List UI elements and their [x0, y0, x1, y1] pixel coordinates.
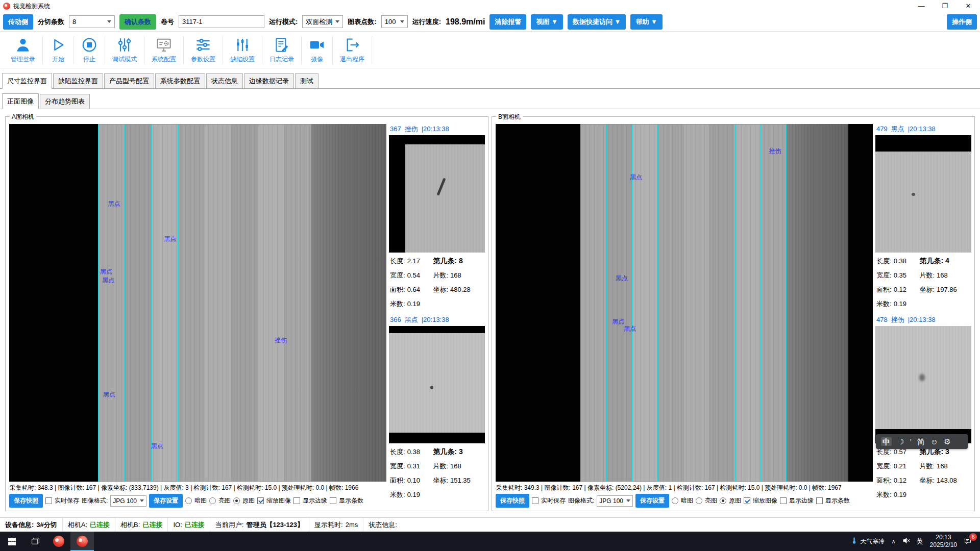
hidden-icons-button[interactable]: ∧	[892, 538, 896, 545]
show-edge-checkbox-label: 显示边缘	[303, 496, 327, 505]
bright-image-radio[interactable]	[696, 497, 702, 504]
camera-a-connection-label: 相机A:	[68, 520, 87, 530]
toolbar-button-stop[interactable]: 停止	[75, 34, 104, 67]
show-strips-checkbox[interactable]	[330, 497, 336, 504]
clear-alarm-button[interactable]: 清除报警	[489, 14, 526, 30]
dark-image-radio[interactable]	[672, 497, 678, 504]
clock-time: 20:13	[930, 534, 957, 541]
language-indicator[interactable]: 英	[917, 537, 923, 546]
toolbar-button-exit-program[interactable]: 退出程序	[333, 34, 371, 67]
save-settings-button[interactable]: 保存设置	[149, 494, 183, 508]
main-tabs: 尺寸监控界面缺陷监控界面产品型号配置系统参数配置状态信息边缘数据记录测试	[0, 68, 980, 89]
image-format-select[interactable]: JPG 100	[597, 495, 633, 507]
clock[interactable]: 20:13 2025/2/10	[930, 534, 957, 549]
tab-size-monitor[interactable]: 尺寸监控界面	[2, 73, 52, 89]
stat-cell: 面积:0.12	[876, 285, 919, 294]
ime-item-emoji[interactable]: ☺	[930, 438, 938, 445]
operation-side-button[interactable]: 操作侧	[947, 14, 977, 30]
ime-item-simplified[interactable]: 简	[917, 438, 925, 445]
tab-test[interactable]: 测试	[295, 73, 318, 89]
weather-indicator[interactable]: 天气寒冷	[850, 537, 885, 546]
start-button[interactable]	[0, 532, 23, 551]
weather-text: 天气寒冷	[861, 537, 885, 546]
defect-card-479[interactable]: 479黑点|20:13:38长度:0.38第几条:4宽度:0.35片数:168面…	[875, 124, 971, 310]
defect-annotation: 挫伤	[275, 336, 287, 345]
stat-label: 坐标:	[433, 286, 448, 293]
toolbar-button-system-config[interactable]: 系统配置	[145, 34, 183, 67]
camera-a-controls: 保存快照实时保存图像格式:JPG 100保存设置暗图亮图原图缩放图像显示边缘显示…	[9, 493, 386, 509]
chart-points-select[interactable]: 100	[381, 15, 408, 28]
defect-annotation: 黑点	[100, 267, 112, 276]
realtime-save-checkbox[interactable]	[45, 497, 52, 504]
image-format-select[interactable]: JPG 100	[110, 495, 146, 507]
dark-image-radio[interactable]	[185, 497, 192, 504]
tab-defect-monitor[interactable]: 缺陷监控界面	[53, 73, 103, 89]
save-settings-button[interactable]: 保存设置	[635, 494, 669, 508]
confirm-count-button[interactable]: 确认条数	[119, 14, 156, 30]
tab-edge-data-record[interactable]: 边缘数据记录	[244, 73, 294, 89]
stat-cell: 第几条:3	[433, 447, 484, 457]
save-snapshot-button[interactable]: 保存快照	[496, 494, 529, 508]
toolbar-button-log-record[interactable]: 日志记录	[263, 34, 301, 67]
close-button[interactable]: ✕	[957, 0, 980, 12]
toolbar-button-admin-login[interactable]: 管理登录	[4, 34, 42, 67]
device-info: 设备信息: 3#分切	[0, 518, 63, 532]
toolbar-separator	[262, 36, 262, 64]
transmission-side-button[interactable]: 传动侧	[3, 14, 33, 30]
stat-value: 168	[937, 462, 948, 470]
restore-button[interactable]: ❐	[933, 0, 957, 12]
original-image-radio[interactable]	[720, 497, 726, 504]
image-format-value: JPG 100	[113, 497, 137, 505]
stat-label: 宽度:	[390, 271, 405, 279]
stat-cell: 第几条:8	[433, 257, 484, 266]
strip-count-select[interactable]: 8	[69, 15, 115, 28]
subtab-front-image[interactable]: 正面图像	[2, 93, 39, 109]
volume-muted-icon[interactable]	[902, 537, 910, 546]
tab-product-model-config[interactable]: 产品型号配置	[104, 73, 154, 89]
show-strips-checkbox[interactable]	[816, 497, 823, 504]
toolbar-button-capture[interactable]: 摄像	[302, 34, 332, 67]
help-menu-button[interactable]: 帮助 ▼	[630, 14, 662, 30]
log-icon	[274, 37, 290, 53]
defect-card-478[interactable]: 478挫伤|20:13:38长度:0.57第几条:3宽度:0.21片数:168面…	[875, 315, 971, 500]
taskbar-app-2[interactable]	[70, 532, 94, 551]
view-menu-button[interactable]: 视图 ▼	[531, 14, 562, 30]
tab-status-info[interactable]: 状态信息	[206, 73, 243, 89]
zoom-image-checkbox[interactable]	[257, 497, 264, 504]
defect-card-366[interactable]: 366黑点|20:13:38长度:0.38第几条:3宽度:0.31片数:168面…	[389, 315, 485, 500]
ime-item-chinese-mode[interactable]: 中	[881, 437, 892, 446]
show-edge-checkbox[interactable]	[780, 497, 787, 504]
tab-system-param-config[interactable]: 系统参数配置	[155, 73, 205, 89]
sub-tabs: 正面图像分布趋势图表	[0, 89, 980, 109]
exit-icon	[344, 37, 360, 53]
notification-button[interactable]: 6	[964, 537, 975, 546]
toolbar-button-defect-settings[interactable]: 缺陷设置	[224, 34, 261, 67]
show-edge-checkbox[interactable]	[293, 497, 300, 504]
roll-number-input[interactable]	[179, 15, 264, 28]
realtime-save-label: 实时保存	[541, 496, 566, 505]
camera-image-a[interactable]: 黑点黑点黑点黑点挫伤黑点黑点	[9, 124, 386, 482]
camera-image-b[interactable]: 挫伤黑点黑点黑点黑点	[496, 124, 873, 482]
run-mode-select[interactable]: 双面检测	[302, 15, 343, 28]
zoom-image-checkbox[interactable]	[744, 497, 750, 504]
toolbar-button-debug-mode[interactable]: 调试模式	[106, 34, 143, 67]
taskbar-app-1[interactable]	[47, 532, 70, 551]
defect-card-header: 366黑点|20:13:38	[389, 315, 485, 326]
image-format-label: 图像格式:	[82, 496, 108, 505]
defect-id: 478	[876, 316, 888, 323]
toolbar-button-param-settings[interactable]: 参数设置	[184, 34, 222, 67]
bright-image-radio[interactable]	[209, 497, 216, 504]
save-snapshot-button[interactable]: 保存快照	[9, 494, 43, 508]
defect-card-367[interactable]: 367挫伤|20:13:38长度:2.17第几条:8宽度:0.54片数:168面…	[389, 124, 485, 310]
subtab-distribution-trend-chart[interactable]: 分布趋势图表	[40, 94, 90, 109]
ime-item-settings-gear[interactable]: ⚙	[944, 438, 950, 445]
task-view-button[interactable]	[23, 532, 47, 551]
realtime-save-checkbox[interactable]	[532, 497, 538, 504]
original-image-radio[interactable]	[233, 497, 240, 504]
ime-item-moon[interactable]: ☽	[897, 438, 904, 445]
ime-item-punctuation[interactable]: ’	[910, 438, 911, 445]
minimize-button[interactable]: —	[910, 0, 933, 12]
toolbar-button-start[interactable]: 开始	[43, 34, 73, 67]
ime-toolbar[interactable]: 中☽’简☺⚙	[876, 434, 968, 449]
data-shortcut-menu-button[interactable]: 数据快捷访问 ▼	[568, 14, 626, 30]
